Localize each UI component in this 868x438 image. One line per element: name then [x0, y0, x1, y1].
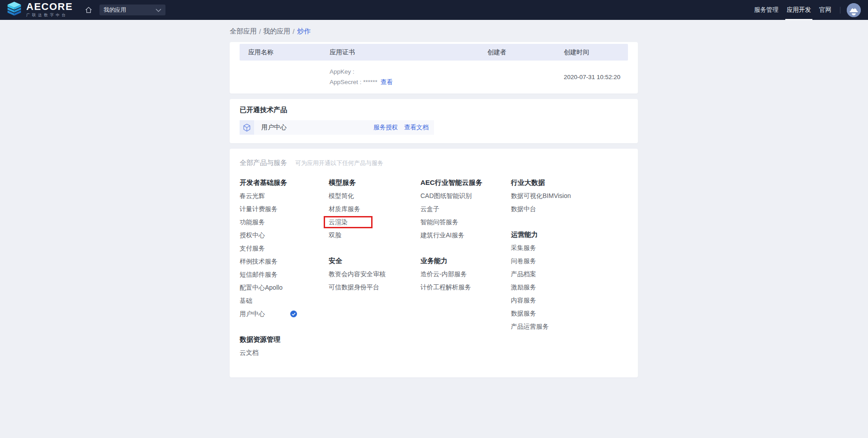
nav-official-site[interactable]: 官网 [815, 0, 835, 20]
product-item[interactable]: 内容服务 [511, 294, 628, 307]
catalog-title: 全部产品与服务 [240, 159, 287, 167]
catalog-grid: 开发者基础服务春云光辉计量计费服务功能服务授权中心支付服务样例技术服务短信邮件服… [240, 176, 628, 359]
catalog-column: 开发者基础服务春云光辉计量计费服务功能服务授权中心支付服务样例技术服务短信邮件服… [240, 176, 329, 359]
product-item[interactable]: 教资会内容安全审核 [329, 268, 420, 281]
product-item[interactable]: 云文档 [240, 346, 329, 359]
product-item-label: 授权中心 [240, 231, 265, 240]
catalog-section: 安全教资会内容安全审核可信数据身份平台 [329, 254, 420, 294]
product-item-label: 短信邮件服务 [240, 271, 278, 279]
user-helmet-icon [847, 3, 861, 17]
breadcrumb-current-app: 炒作 [297, 27, 311, 36]
product-item[interactable]: 授权中心 [240, 229, 329, 242]
product-item[interactable]: 支付服务 [240, 242, 329, 255]
brand-logo[interactable]: AECORE 广联达数字中台 [6, 1, 73, 19]
product-item[interactable]: 用户中心 [240, 307, 329, 320]
col-created-time: 创建时间 [564, 48, 628, 57]
created-time-value: 2020-07-31 10:52:20 [564, 74, 628, 80]
opened-products-card: 已开通技术产品 用户中心 服务授权 查看文档 [230, 99, 638, 143]
topbar: AECORE 广联达数字中台 我的应用 服务管理 应用开发 官网 [0, 0, 868, 20]
product-item[interactable]: 问卷服务 [511, 254, 628, 268]
product-item-label: 计价工程解析服务 [420, 283, 471, 292]
product-item-label: 产品档案 [511, 270, 536, 278]
product-item[interactable]: 计价工程解析服务 [420, 281, 511, 294]
product-item[interactable]: 数据服务 [511, 307, 628, 320]
service-authorize-link[interactable]: 服务授权 [373, 123, 398, 132]
product-item-label: 数据可视化BIMVision [511, 192, 571, 200]
catalog-section: 开发者基础服务春云光辉计量计费服务功能服务授权中心支付服务样例技术服务短信邮件服… [240, 176, 329, 320]
product-item-label: 问卷服务 [511, 257, 536, 265]
avatar[interactable] [847, 3, 861, 17]
product-item-label: 用户中心 [240, 310, 265, 318]
home-icon[interactable] [85, 6, 93, 14]
product-item[interactable]: 造价云-内部服务 [420, 268, 511, 281]
breadcrumb-all-apps[interactable]: 全部应用 [230, 27, 257, 36]
product-item[interactable]: 产品运营服务 [511, 320, 628, 333]
catalog-column: AEC行业智能云服务CAD图纸智能识别云盒子智能问答服务建筑行业AI服务业务能力… [420, 176, 511, 294]
catalog-section: AEC行业智能云服务CAD图纸智能识别云盒子智能问答服务建筑行业AI服务 [420, 176, 511, 242]
layered-cube-icon [6, 1, 23, 19]
table-header-row: 应用名称 应用证书 创建者 创建时间 [240, 44, 628, 61]
product-item-label: 云盒子 [420, 205, 439, 213]
product-item[interactable]: 产品档案 [511, 268, 628, 281]
catalog-section: 行业大数据数据可视化BIMVision数据中台 [511, 176, 628, 216]
product-item-label: 计量计费服务 [240, 205, 278, 213]
catalog-section: 业务能力造价云-内部服务计价工程解析服务 [420, 254, 511, 294]
brand-name: AECORE [26, 2, 73, 12]
catalog-section: 运营能力采集服务问卷服务产品档案激励服务内容服务数据服务产品运营服务 [511, 228, 628, 333]
product-item-label: CAD图纸智能识别 [420, 192, 472, 200]
view-secret-link[interactable]: 查看 [381, 77, 393, 87]
product-item[interactable]: 短信邮件服务 [240, 268, 329, 281]
opened-products-title: 已开通技术产品 [240, 106, 628, 114]
nav-app-development[interactable]: 应用开发 [783, 0, 815, 20]
breadcrumb-my-apps[interactable]: 我的应用 [263, 27, 290, 36]
product-item-label: 内容服务 [511, 297, 536, 305]
product-item-label: 功能服务 [240, 218, 265, 226]
product-item[interactable]: 可信数据身份平台 [329, 281, 420, 294]
cube-icon [240, 120, 254, 135]
product-item-label: 智能问答服务 [420, 218, 458, 226]
product-item-label: 可信数据身份平台 [329, 283, 379, 292]
product-item-label: 建筑行业AI服务 [420, 231, 464, 240]
catalog-section-title: 数据资源管理 [240, 333, 329, 346]
product-item[interactable]: 模型简化 [329, 189, 420, 203]
table-row: AppKey : AppSecret : ****** 查看 2020-07-3… [240, 61, 628, 93]
nav-divider [840, 7, 840, 14]
opened-product-name: 用户中心 [261, 123, 287, 132]
catalog-section-title: 开发者基础服务 [240, 176, 329, 189]
product-item[interactable]: 智能问答服务 [420, 216, 511, 229]
product-item[interactable]: CAD图纸智能识别 [420, 189, 511, 203]
product-item-label: 数据服务 [511, 310, 536, 318]
product-item[interactable]: 双脸 [329, 229, 420, 242]
product-item[interactable]: 基础 [240, 294, 329, 307]
product-item[interactable]: 计量计费服务 [240, 203, 329, 216]
view-docs-link[interactable]: 查看文档 [404, 123, 429, 132]
product-item[interactable]: 建筑行业AI服务 [420, 229, 511, 242]
product-item[interactable]: 配置中心Apollo [240, 281, 329, 294]
catalog-column: 模型服务模型简化材质库服务云渲染双脸安全教资会内容安全审核可信数据身份平台 [329, 176, 420, 294]
product-item[interactable]: 激励服务 [511, 281, 628, 294]
col-creator: 创建者 [487, 48, 564, 57]
product-item[interactable]: 云渲染 [329, 216, 420, 229]
product-item[interactable]: 功能服务 [240, 216, 329, 229]
product-item[interactable]: 春云光辉 [240, 189, 329, 203]
product-item-label: 云渲染 [329, 218, 348, 226]
col-app-certificate: 应用证书 [330, 48, 487, 57]
product-item[interactable]: 材质库服务 [329, 203, 420, 216]
catalog-section-title: 运营能力 [511, 228, 628, 241]
product-item[interactable]: 采集服务 [511, 241, 628, 254]
catalog-section-title: 业务能力 [420, 254, 511, 268]
app-table-card: 应用名称 应用证书 创建者 创建时间 AppKey : AppSecret : … [230, 42, 638, 94]
breadcrumb-separator: / [259, 28, 261, 35]
product-item[interactable]: 样例技术服务 [240, 255, 329, 268]
product-item-label: 采集服务 [511, 244, 536, 252]
catalog-section-title: 安全 [329, 254, 420, 268]
breadcrumb: 全部应用 / 我的应用 / 炒作 [230, 20, 638, 36]
product-item[interactable]: 数据可视化BIMVision [511, 189, 628, 203]
product-item[interactable]: 云盒子 [420, 203, 511, 216]
catalog-card: 全部产品与服务 可为应用开通以下任何产品与服务 开发者基础服务春云光辉计量计费服… [230, 149, 638, 377]
product-item-label: 样例技术服务 [240, 258, 278, 266]
nav-service-management[interactable]: 服务管理 [750, 0, 783, 20]
app-select[interactable]: 我的应用 [99, 5, 165, 15]
product-item[interactable]: 数据中台 [511, 203, 628, 216]
app-select-value: 我的应用 [104, 6, 156, 14]
